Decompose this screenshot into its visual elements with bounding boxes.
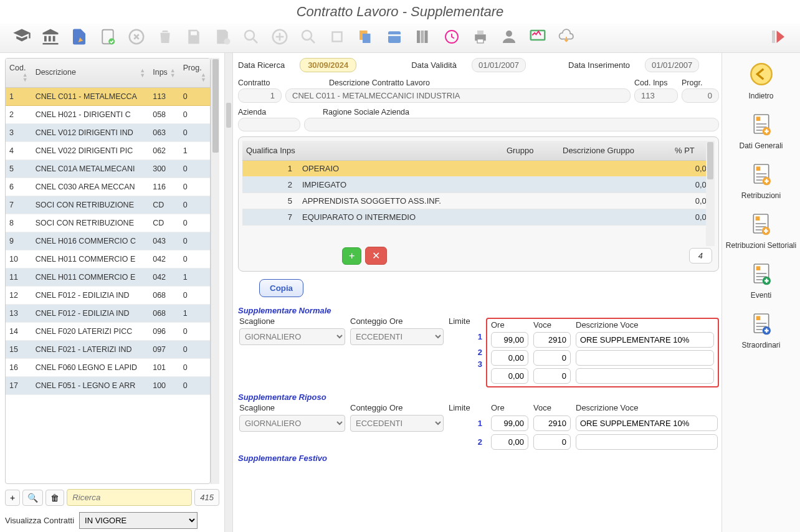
normale-ore-2[interactable] [491,350,528,366]
print-icon[interactable] [470,26,491,47]
riposo-conteggio-select[interactable]: ECCEDENTI [350,415,444,432]
qual-add-button[interactable]: + [342,247,361,265]
user-icon[interactable] [498,26,520,47]
splitter-scrollbar[interactable] [224,53,233,532]
nav-indietro[interactable]: Indietro [746,59,776,100]
table-row[interactable]: 1CNEL C011 - METALMECCA1130 [6,88,210,106]
col-cod-header[interactable]: Cod. [9,64,26,72]
table-row[interactable]: 2IMPIEGATO0,00 [242,177,715,193]
tool-icon[interactable] [326,26,348,47]
data-validita-value: 01/01/2007 [472,58,526,72]
data-inserimento-value: 01/01/2007 [645,58,699,72]
books-icon[interactable] [412,26,434,47]
nav-eventi[interactable]: Eventi [746,259,776,300]
save-icon[interactable] [183,26,204,47]
exit-icon[interactable] [768,26,789,47]
qual-delete-button[interactable]: ✕ [365,247,387,265]
copia-button[interactable]: Copia [259,279,303,297]
h-conteggio: Conteggio Ore [350,316,444,326]
table-row[interactable]: 17CNEL F051 - LEGNO E ARR1000 [6,377,210,395]
table-row[interactable]: 1OPERAIO0,00 [242,161,715,177]
calendar-icon[interactable] [384,26,405,47]
normale-conteggio-select[interactable]: ECCEDENTI [350,328,444,345]
svg-rect-33 [756,266,760,270]
table-row[interactable]: 13CNEL F012 - EDILIZIA IND0681 [6,305,210,323]
table-row[interactable]: 2CNEL H021 - DIRIGENTI C0580 [6,106,210,124]
bank-icon[interactable] [40,26,61,47]
table-row[interactable]: 6CNEL C030 AREA MECCAN1160 [6,178,210,196]
normale-ore-1[interactable] [491,332,528,348]
table-row[interactable]: 16CNEL F060 LEGNO E LAPID1010 [6,359,210,377]
zoom-icon[interactable] [240,26,262,47]
table-row[interactable]: 5CNEL C01A METALMECANI3000 [6,160,210,178]
table-row[interactable]: 3CNEL V012 DIRIGENTI IND0630 [6,124,210,142]
normale-desc-3[interactable] [576,368,714,384]
cloud-icon[interactable] [556,26,577,47]
riposo-desc-2[interactable] [576,434,718,450]
col-inps-header[interactable]: Inps [153,68,168,77]
search-button[interactable]: 🔍 [22,490,43,506]
qual-col-gruppo[interactable]: Gruppo [503,141,559,161]
table-row[interactable]: 8SOCI CON RETRIBUZIONECD0 [6,214,210,232]
nav-dati-generali[interactable]: Dati Generali [739,109,783,150]
graduate-icon[interactable] [11,26,32,47]
search-icon[interactable] [298,26,319,47]
add-row-button[interactable]: + [5,490,20,506]
row-count: 415 [194,489,219,506]
nav-straordinari[interactable]: Straordinari [741,308,780,349]
table-row[interactable]: 9CNEL H016 COMMERCIO C0430 [6,232,210,250]
trash-icon[interactable] [155,26,176,47]
normale-voce-3[interactable] [533,368,571,384]
left-scrollbar[interactable] [211,58,219,484]
check-doc-icon[interactable] [97,26,118,47]
table-row[interactable]: 10CNEL H011 COMMERCIO E0420 [6,250,210,268]
normale-voce-2[interactable] [533,350,571,366]
table-row[interactable]: 4CNEL V022 DIRIGENTI PIC0621 [6,142,210,160]
normale-voce-1[interactable] [533,332,571,348]
add-icon[interactable] [269,26,290,47]
nav-retr-settoriali[interactable]: Retribuzioni Settoriali [726,209,796,250]
table-row[interactable]: 5APPRENDISTA SOGGETTO ASS.INF.0,00 [242,193,715,209]
normale-scaglione-select[interactable]: GIORNALIERO [239,328,345,345]
visualizza-select[interactable]: IN VIGORE [79,512,198,529]
page-title: Contratto Lavoro - Supplementare [0,0,800,24]
main-toolbar [0,24,800,53]
contracts-table[interactable]: Cod.▲▼ Descrizione▲▼ Inps▲▼ Prog.▲▼ 1CNE… [6,59,210,395]
col-desc-header[interactable]: Descrizione [36,68,76,77]
qual-scrollbar[interactable] [706,141,715,246]
riposo-voce-1[interactable] [533,416,571,431]
table-row[interactable]: 15CNEL F021 - LATERIZI IND0970 [6,341,210,359]
copy-icon[interactable] [355,26,376,47]
riposo-desc-1[interactable] [576,416,718,431]
table-row[interactable]: 7SOCI CON RETRIBUZIONECD0 [6,196,210,214]
qual-col-descgruppo[interactable]: Descrizione Gruppo [559,141,671,161]
col-prog-header[interactable]: Prog. [183,64,202,72]
save-as-icon[interactable] [212,26,233,47]
desc-contratto-value: CNEL C011 - METALMECCANICI INDUSTRIA [285,88,631,103]
table-row[interactable]: 7EQUIPARATO O INTERMEDIO0,00 [242,209,715,226]
table-row[interactable]: 11CNEL H011 COMMERCIO E0421 [6,268,210,287]
data-ricerca-value[interactable]: 30/09/2024 [300,58,356,72]
delete-row-button[interactable]: 🗑 [45,490,64,506]
qual-col-cod[interactable]: Qualifica Inps [242,141,503,161]
monitor-icon[interactable] [527,26,548,47]
search-input[interactable] [67,489,192,506]
cancel-icon[interactable] [126,26,147,47]
table-row[interactable]: 14CNEL F020 LATERIZI PICC0960 [6,323,210,341]
svg-rect-36 [756,316,760,320]
contratto-header: Contratto [238,78,282,87]
normale-ore-3[interactable] [491,368,528,384]
riposo-ore-2[interactable] [491,434,528,450]
clock-icon[interactable] [441,26,462,47]
qualifica-table[interactable]: Qualifica Inps Gruppo Descrizione Gruppo… [242,141,715,226]
nav-retribuzioni[interactable]: Retribuzioni [741,159,781,200]
azienda-value [238,118,300,131]
riposo-scaglione-select[interactable]: GIORNALIERO [239,415,345,432]
svg-rect-9 [363,34,371,43]
normale-desc-2[interactable] [576,350,714,366]
edit-doc-icon[interactable] [69,26,90,47]
normale-desc-1[interactable] [576,332,714,348]
table-row[interactable]: 12CNEL F012 - EDILIZIA IND0680 [6,287,210,305]
riposo-ore-1[interactable] [491,416,528,431]
riposo-voce-2[interactable] [533,434,571,450]
